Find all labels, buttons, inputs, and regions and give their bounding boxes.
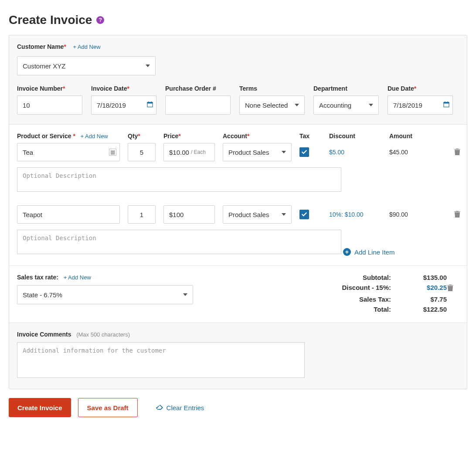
invoice-date-label: Invoice Date* — [91, 85, 156, 92]
comments-hint: (Max 500 characters) — [76, 331, 130, 338]
add-customer-link[interactable]: + Add New — [73, 44, 100, 50]
invoice-number-input[interactable] — [17, 95, 82, 115]
customer-name-label: Customer Name* — [17, 43, 68, 50]
invoice-number-label: Invoice Number* — [17, 85, 82, 92]
po-label: Purchase Order # — [165, 85, 231, 92]
price-input[interactable]: $10.00/ Each — [163, 143, 215, 161]
chevron-down-icon — [295, 104, 299, 106]
col-account: Account* — [223, 133, 292, 139]
line-description-input[interactable] — [17, 230, 341, 254]
subtotal-value: $135.00 — [394, 274, 447, 281]
col-product: Product or Service * — [17, 133, 75, 139]
invoice-panel: Customer Name* + Add New Customer XYZ In… — [9, 35, 467, 389]
salestax-value: $7.75 — [394, 296, 447, 303]
tax-checkbox[interactable] — [299, 210, 309, 219]
qty-input[interactable] — [128, 143, 156, 161]
line-items-section: Product or Service * + Add New Qty* Pric… — [9, 125, 467, 266]
price-input[interactable] — [163, 205, 215, 224]
chevron-down-icon — [146, 65, 150, 67]
eraser-icon — [155, 405, 163, 411]
department-select[interactable]: Accounting — [313, 95, 379, 115]
chevron-down-icon — [183, 293, 187, 296]
col-discount: Discount — [329, 133, 381, 139]
department-label: Department — [313, 85, 379, 92]
save-draft-button[interactable]: Save as Draft — [78, 398, 138, 417]
line-item-row: ▦ $10.00/ Each Product Sales $5.00 $45.0… — [17, 143, 459, 161]
terms-label: Terms — [239, 85, 305, 92]
total-value: $122.50 — [394, 306, 447, 313]
col-price: Price* — [163, 133, 215, 139]
create-invoice-button[interactable]: Create Invoice — [9, 398, 71, 417]
trash-icon — [454, 148, 461, 156]
account-select[interactable]: Product Sales — [223, 205, 292, 224]
discount-label: Discount - 15%: — [342, 284, 394, 293]
chevron-down-icon — [369, 104, 373, 106]
col-amount: Amount — [389, 133, 446, 139]
discount-value[interactable]: $20.25 — [394, 284, 447, 293]
footer-actions: Create Invoice Save as Draft Clear Entri… — [9, 389, 467, 422]
header-section: Customer Name* + Add New Customer XYZ In… — [9, 35, 467, 125]
totals-section: Sales tax rate: + Add New State - 6.75% … — [9, 266, 467, 323]
line-item-row: Product Sales 10%: $10.00 $90.00 — [17, 205, 459, 224]
line-amount: $45.00 — [389, 149, 446, 156]
add-product-link[interactable]: + Add New — [81, 133, 108, 139]
help-icon[interactable]: ? — [96, 16, 104, 24]
po-input[interactable] — [165, 95, 231, 115]
check-icon — [301, 149, 307, 155]
discount-link[interactable]: 10%: $10.00 — [329, 211, 381, 218]
trash-icon — [447, 284, 454, 292]
customer-select-value: Customer XYZ — [23, 62, 65, 70]
delete-line-button[interactable] — [454, 210, 467, 219]
delete-line-button[interactable] — [454, 148, 467, 157]
product-input[interactable] — [17, 205, 120, 224]
totals-grid: Subtotal: $135.00 Discount - 15%: $20.25… — [342, 274, 459, 313]
clear-entries-link[interactable]: Clear Entries — [155, 404, 204, 411]
chevron-down-icon — [282, 213, 286, 216]
line-description-input[interactable] — [17, 167, 341, 192]
due-date-input[interactable] — [388, 95, 453, 115]
tax-checkbox[interactable] — [299, 147, 309, 157]
sales-tax-rate-select[interactable]: State - 6.75% — [17, 285, 193, 304]
qty-input[interactable] — [128, 205, 156, 224]
col-qty: Qty* — [128, 133, 156, 139]
subtotal-label: Subtotal: — [342, 274, 394, 281]
line-amount: $90.00 — [389, 211, 446, 218]
delete-discount-button[interactable] — [447, 284, 459, 293]
department-value: Accounting — [319, 102, 351, 109]
product-input[interactable] — [17, 143, 120, 161]
page-title: Create Invoice ? — [9, 13, 467, 27]
comments-label: Invoice Comments — [17, 331, 71, 338]
add-tax-rate-link[interactable]: + Add New — [64, 274, 91, 281]
col-tax: Tax — [299, 133, 321, 139]
check-icon — [301, 211, 307, 218]
comments-input[interactable] — [17, 342, 305, 378]
add-line-item-button[interactable]: + Add Line Item — [343, 248, 395, 256]
discount-link[interactable]: $5.00 — [329, 149, 381, 156]
terms-select[interactable]: None Selected — [239, 95, 305, 115]
due-date-label: Due Date* — [388, 85, 453, 92]
account-select[interactable]: Product Sales — [223, 143, 292, 161]
invoice-date-input[interactable] — [91, 95, 156, 115]
page-title-text: Create Invoice — [9, 13, 92, 27]
comments-section: Invoice Comments (Max 500 characters) — [9, 323, 467, 389]
total-label: Total: — [342, 306, 394, 313]
plus-icon: + — [343, 248, 351, 256]
terms-value: None Selected — [245, 102, 288, 109]
trash-icon — [454, 210, 461, 218]
salestax-label: Sales Tax: — [342, 296, 394, 303]
sales-tax-rate-label: Sales tax rate: — [17, 274, 58, 281]
customer-select[interactable]: Customer XYZ — [17, 56, 156, 75]
product-picker-icon[interactable]: ▦ — [109, 149, 116, 156]
chevron-down-icon — [282, 151, 286, 153]
